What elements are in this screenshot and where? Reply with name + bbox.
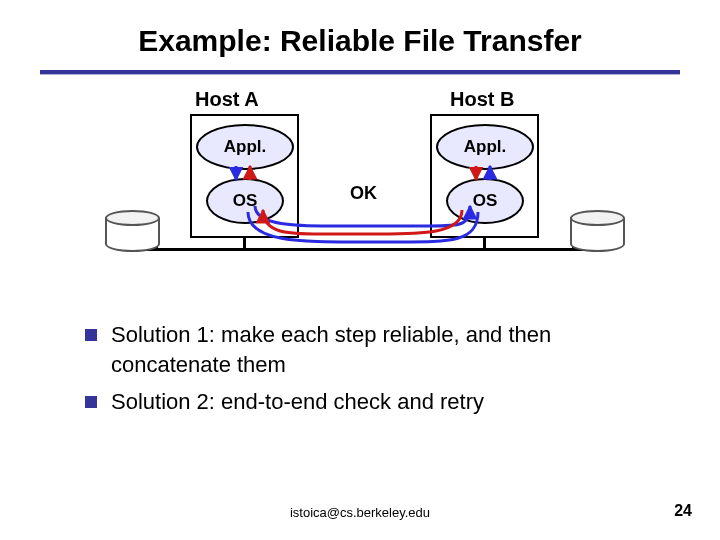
disk-a-icon (105, 210, 160, 250)
page-number: 24 (674, 502, 692, 520)
network-link (145, 248, 585, 251)
bullet-text: Solution 1: make each step reliable, and… (111, 320, 660, 379)
bullet-list: Solution 1: make each step reliable, and… (85, 320, 660, 425)
disk-b-icon (570, 210, 625, 250)
bullet-text: Solution 2: end-to-end check and retry (111, 387, 660, 417)
host-b-appl: Appl. (436, 124, 534, 170)
footer-text: istoica@cs.berkeley.edu (0, 505, 720, 520)
ok-label: OK (350, 183, 377, 204)
bullet-icon (85, 329, 97, 341)
slide-title: Example: Reliable File Transfer (0, 24, 720, 58)
host-a-os: OS (206, 178, 284, 224)
diagram: Host A Host B Appl. OS Appl. OS OK (0, 88, 720, 298)
slide: Example: Reliable File Transfer Host A H… (0, 0, 720, 540)
title-rule-shadow (40, 74, 680, 75)
host-a-appl: Appl. (196, 124, 294, 170)
bullet-item: Solution 2: end-to-end check and retry (85, 387, 660, 417)
host-a-label: Host A (195, 88, 259, 111)
host-a-box: Appl. OS (190, 114, 299, 238)
bullet-item: Solution 1: make each step reliable, and… (85, 320, 660, 379)
bullet-icon (85, 396, 97, 408)
host-b-box: Appl. OS (430, 114, 539, 238)
host-b-label: Host B (450, 88, 514, 111)
host-b-os: OS (446, 178, 524, 224)
